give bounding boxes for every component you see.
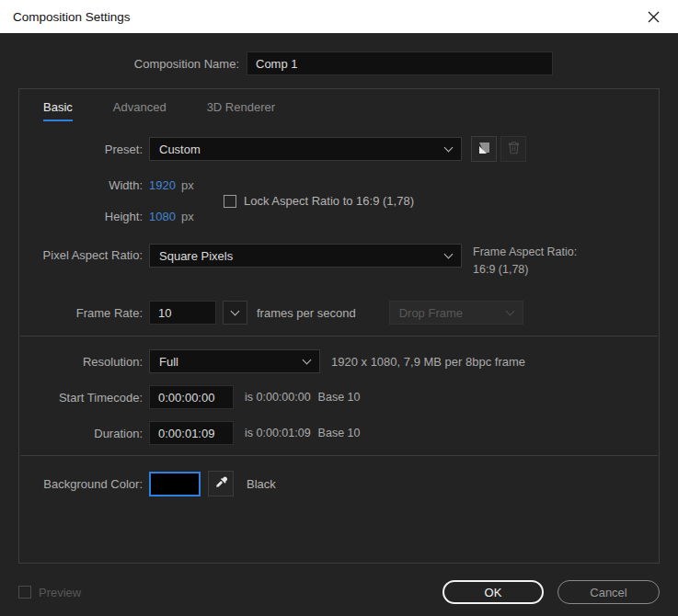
title-bar: Composition Settings (0, 0, 678, 33)
preview-label: Preview (39, 586, 81, 599)
tab-3d-renderer[interactable]: 3D Renderer (207, 100, 275, 121)
pixel-aspect-label: Pixel Aspect Ratio: (19, 248, 143, 262)
lock-aspect-checkbox[interactable] (224, 195, 236, 208)
save-preset-button[interactable] (471, 136, 497, 162)
dimensions-block: Width: 1920 px Height: 1080 px Lock Aspe… (19, 178, 659, 223)
settings-panel: Basic Advanced 3D Renderer Preset: Custo… (18, 88, 660, 564)
delete-preset-button[interactable] (500, 136, 526, 162)
start-timecode-base: Base 10 (318, 391, 361, 404)
ok-button[interactable]: OK (442, 580, 544, 604)
preset-dropdown[interactable]: Custom (149, 137, 462, 161)
dialog-title: Composition Settings (13, 10, 131, 24)
height-value[interactable]: 1080 (149, 210, 176, 223)
width-label: Width: (19, 178, 143, 192)
eyedropper-button[interactable] (208, 471, 234, 496)
preset-row: Preset: Custom (19, 136, 659, 162)
background-color-label: Background Color: (19, 477, 143, 491)
trash-icon (507, 141, 521, 157)
frame-aspect-value: 16:9 (1,78) (473, 261, 577, 279)
chevron-down-icon (231, 306, 240, 315)
duration-info: is 0:00:01:09 (245, 427, 311, 439)
chevron-down-icon (505, 306, 514, 315)
frame-rate-row: Frame Rate: frames per second Drop Frame (19, 301, 659, 325)
chevron-down-icon (303, 355, 312, 364)
drop-frame-value: Drop Frame (399, 306, 463, 320)
eyedropper-icon (214, 475, 228, 492)
pixel-aspect-dropdown[interactable]: Square Pixels (149, 244, 462, 268)
resolution-dropdown[interactable]: Full (149, 349, 320, 373)
divider (20, 455, 658, 456)
close-icon[interactable] (639, 3, 667, 30)
preset-label: Preset: (19, 143, 143, 156)
duration-input[interactable] (149, 421, 234, 445)
height-label: Height: (19, 210, 143, 223)
height-unit: px (181, 210, 194, 223)
background-color-swatch[interactable] (149, 472, 201, 496)
width-value[interactable]: 1920 (149, 178, 176, 192)
start-timecode-label: Start Timecode: (19, 391, 143, 405)
save-preset-icon (477, 141, 491, 158)
drop-frame-dropdown[interactable]: Drop Frame (389, 301, 523, 325)
tab-advanced[interactable]: Advanced (113, 100, 167, 121)
width-height-column: Width: 1920 px Height: 1080 px (19, 178, 249, 223)
pixel-aspect-row: Pixel Aspect Ratio: Square Pixels Frame … (19, 244, 659, 279)
tab-bar: Basic Advanced 3D Renderer (19, 89, 659, 121)
divider (20, 336, 658, 337)
width-unit: px (181, 178, 194, 192)
start-timecode-info: is 0:00:00:00 (245, 391, 311, 404)
frame-aspect-info: Frame Aspect Ratio: 16:9 (1,78) (473, 244, 577, 279)
background-color-row: Background Color: Black (19, 471, 659, 496)
preview-checkbox[interactable] (18, 586, 31, 599)
width-row: Width: 1920 px (19, 178, 249, 192)
resolution-label: Resolution: (19, 355, 143, 369)
preset-value: Custom (159, 143, 201, 156)
footer: Preview OK Cancel (18, 580, 660, 604)
composition-settings-dialog: Composition Settings Composition Name: B… (0, 0, 678, 616)
cancel-button[interactable]: Cancel (557, 580, 660, 604)
resolution-row: Resolution: Full 1920 x 1080, 7,9 MB per… (19, 349, 659, 373)
height-row: Height: 1080 px (19, 210, 249, 223)
lock-aspect-label: Lock Aspect Ratio to 16:9 (1,78) (244, 194, 414, 208)
frame-aspect-label: Frame Aspect Ratio: (473, 244, 577, 261)
chevron-down-icon (444, 249, 454, 258)
composition-name-row: Composition Name: (0, 51, 678, 75)
frame-rate-input[interactable] (149, 301, 216, 325)
resolution-info: 1920 x 1080, 7,9 MB per 8bpc frame (331, 355, 525, 369)
chevron-down-icon (444, 143, 454, 152)
frame-rate-dropdown-button[interactable] (223, 301, 247, 325)
tab-basic[interactable]: Basic (43, 100, 73, 121)
frame-rate-unit: frames per second (257, 306, 356, 320)
start-timecode-input[interactable] (149, 385, 234, 409)
duration-label: Duration: (19, 427, 143, 440)
start-timecode-row: Start Timecode: is 0:00:00:00 Base 10 (19, 385, 659, 409)
composition-name-input[interactable] (247, 51, 553, 75)
pixel-aspect-value: Square Pixels (159, 249, 233, 263)
duration-base: Base 10 (318, 427, 361, 439)
lock-aspect-group: Lock Aspect Ratio to 16:9 (1,78) (224, 194, 414, 208)
resolution-value: Full (159, 355, 178, 369)
frame-rate-label: Frame Rate: (19, 306, 143, 320)
preview-group: Preview (18, 586, 81, 599)
duration-row: Duration: is 0:00:01:09 Base 10 (19, 421, 659, 445)
background-color-name: Black (247, 477, 276, 491)
composition-name-label: Composition Name: (0, 57, 239, 71)
